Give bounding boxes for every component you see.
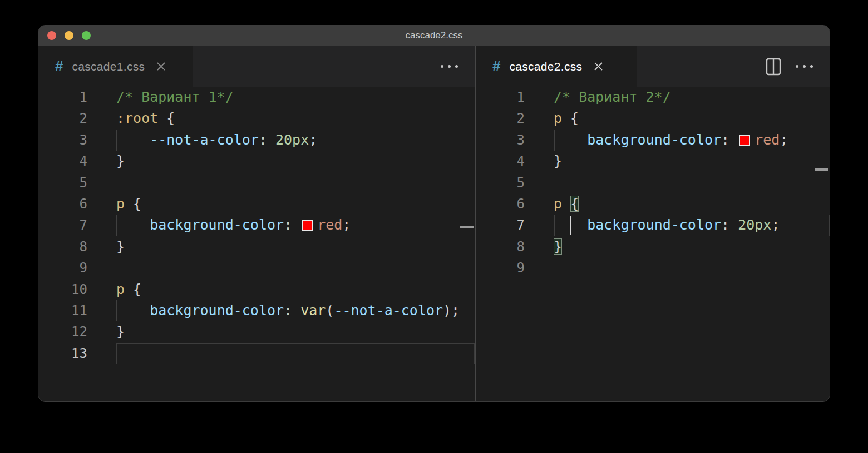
code-line-content: :root {	[116, 108, 475, 129]
line-number: 8	[38, 236, 87, 257]
more-actions-icon[interactable]	[441, 65, 458, 68]
tab-cascade1-css[interactable]: # cascade1.css	[38, 46, 193, 87]
tabbar-right: # cascade2.css	[476, 46, 830, 87]
line-number: 2	[476, 108, 525, 129]
line-number: 9	[38, 257, 87, 278]
code-token: background-color	[587, 132, 721, 148]
line-number: 11	[38, 300, 87, 321]
editor-group-left: # cascade1.css 1/* Вариант 1*/2:root {3 …	[38, 46, 475, 402]
editor-group-right: # cascade2.css	[476, 46, 830, 402]
code-line-content	[554, 172, 830, 193]
code-token: ;	[309, 132, 317, 148]
line-number: 3	[476, 130, 525, 151]
line-number: 4	[38, 151, 87, 172]
code-token: p	[554, 110, 562, 126]
code-token: :	[284, 217, 300, 233]
code-token	[116, 132, 150, 148]
tab-label: cascade1.css	[72, 60, 145, 73]
code-line-content: /* Вариант 2*/	[554, 87, 830, 108]
code-token: )	[443, 302, 451, 318]
code-line: 10p {	[38, 279, 475, 300]
code-token: ;	[780, 132, 788, 148]
code-token: {	[125, 281, 141, 297]
close-tab-icon[interactable]	[156, 61, 166, 72]
code-token: /* Вариант 1*/	[116, 89, 234, 105]
css-file-icon: #	[55, 58, 63, 75]
code-line-content: }	[554, 236, 830, 257]
code-token: {	[158, 110, 175, 126]
code-line-content: p {	[116, 279, 475, 300]
code-token: 20px	[275, 132, 309, 148]
code-token: :	[721, 217, 738, 233]
code-token	[116, 302, 150, 318]
ruler-cursor-mark	[460, 226, 474, 228]
code-line-content: }	[554, 151, 830, 172]
window-title: cascade2.css	[38, 30, 830, 41]
line-number: 7	[38, 215, 87, 236]
more-actions-icon[interactable]	[796, 65, 813, 68]
line-number: 5	[476, 172, 525, 193]
color-swatch[interactable]	[739, 135, 750, 146]
code-line-content: }	[116, 151, 475, 172]
code-line: 1/* Вариант 1*/	[38, 87, 475, 108]
overview-ruler-scrollbar[interactable]	[458, 87, 475, 402]
line-number: 7	[476, 215, 525, 236]
close-tab-icon[interactable]	[593, 61, 604, 72]
code-token: }	[554, 238, 562, 255]
line-number: 3	[38, 130, 87, 151]
line-number: 9	[476, 257, 525, 278]
code-line: 8}	[476, 236, 830, 257]
ruler-cursor-mark	[815, 168, 828, 171]
code-line: 2p {	[476, 108, 830, 129]
code-line: 3 --not-a-color: 20px;	[38, 130, 475, 151]
code-token: }	[116, 323, 125, 340]
titlebar[interactable]: cascade2.css	[38, 26, 830, 46]
code-token	[562, 196, 570, 212]
code-token: {	[125, 196, 141, 212]
code-line-content	[116, 343, 475, 364]
code-token: background-color	[587, 217, 721, 233]
overview-ruler-scrollbar[interactable]	[813, 87, 830, 402]
code-line: 3 background-color: red;	[476, 130, 830, 151]
code-token: :	[259, 132, 275, 148]
color-swatch[interactable]	[302, 220, 313, 231]
code-token: --not-a-color	[150, 132, 259, 148]
line-number: 10	[38, 279, 87, 300]
tab-label: cascade2.css	[509, 60, 582, 73]
code-line-content: background-color: 20px;	[554, 215, 830, 236]
code-line-content	[116, 257, 475, 278]
line-number: 5	[38, 172, 87, 193]
code-line: 5	[476, 172, 830, 193]
css-file-icon: #	[492, 58, 500, 75]
code-token: ;	[771, 217, 780, 233]
code-line: 9	[476, 257, 830, 278]
code-line: 4}	[476, 151, 830, 172]
code-line-content: p {	[116, 193, 475, 215]
code-line-content: p {	[554, 193, 830, 215]
code-token: :	[721, 132, 738, 148]
code-line-content	[116, 172, 475, 193]
tab-cascade2-css[interactable]: # cascade2.css	[476, 46, 637, 87]
code-line: 11 background-color: var(--not-a-color);	[38, 300, 475, 321]
code-token: }	[116, 153, 125, 169]
code-editor-right[interactable]: 1/* Вариант 2*/2p {3 background-color: r…	[476, 87, 830, 402]
code-token	[554, 132, 587, 148]
code-token: (	[326, 302, 334, 318]
line-number: 1	[38, 87, 87, 108]
code-token: var	[300, 302, 326, 318]
split-editor-icon[interactable]	[766, 58, 781, 76]
code-token: --not-a-color	[334, 302, 443, 318]
code-line: 1/* Вариант 2*/	[476, 87, 830, 108]
code-line: 6p {	[38, 193, 475, 215]
code-token: /* Вариант 2*/	[554, 89, 671, 105]
code-line: 12}	[38, 321, 475, 342]
code-line-content	[554, 257, 830, 278]
code-line: 2:root {	[38, 108, 475, 129]
line-number: 13	[38, 343, 87, 364]
tabbar-left: # cascade1.css	[38, 46, 475, 87]
code-editor-left[interactable]: 1/* Вариант 1*/2:root {3 --not-a-color: …	[38, 87, 475, 402]
code-token: 20px	[738, 217, 771, 233]
line-number: 12	[38, 321, 87, 342]
code-line: 7 background-color: 20px;	[476, 215, 830, 236]
text-cursor	[570, 216, 571, 234]
